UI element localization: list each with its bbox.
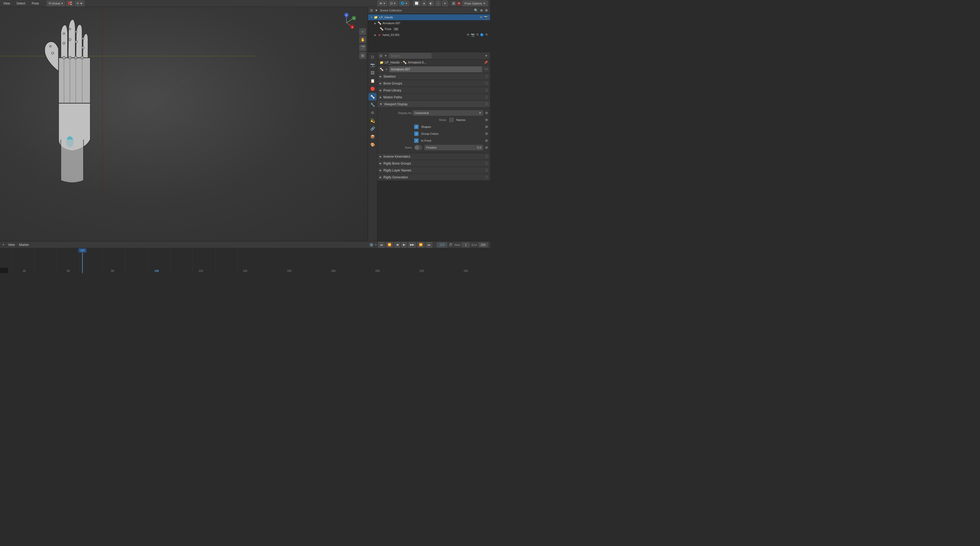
prop-render-icon[interactable]: 📷	[369, 61, 377, 68]
breadcrumb-armature[interactable]: Armature.0...	[408, 60, 426, 64]
lp-hands-eye[interactable]: 👁	[480, 16, 483, 19]
breadcrumb-pin[interactable]: 📌	[484, 60, 488, 64]
current-frame-display[interactable]: 103	[437, 242, 447, 247]
prop-modifier-icon[interactable]: 🔧	[369, 101, 377, 108]
skip-to-end[interactable]: ⏭	[426, 242, 432, 248]
pan-tool[interactable]: ✋	[359, 36, 366, 43]
prop-particles-icon[interactable]: ⚙	[369, 109, 377, 116]
transform-mode-button[interactable]: ⟲ Global ▼	[46, 0, 65, 6]
object-name-input[interactable]	[389, 67, 482, 72]
hand-camera[interactable]: 📷	[471, 33, 475, 37]
camera-tool[interactable]: 🎬	[359, 44, 366, 51]
prop-material-icon[interactable]: 🎨	[369, 141, 377, 148]
close-gizmo[interactable]: ✕	[457, 1, 461, 6]
proportional-button[interactable]: ⊙ ▼	[75, 0, 84, 6]
section-viewport-display[interactable]: ▼ Viewport Display ⠿	[377, 101, 490, 108]
shapes-checkbox[interactable]: ✓	[414, 125, 418, 129]
object-name-row: 🦴 ▼ 🛡	[377, 66, 490, 73]
group-colors-keyframe-dot[interactable]	[485, 132, 488, 135]
axes-keyframe-dot[interactable]	[485, 146, 488, 149]
prop-output-icon[interactable]: 🖼	[369, 69, 377, 76]
lp-hands-camera[interactable]: 📷	[484, 16, 488, 19]
axes-toggle[interactable]	[414, 145, 422, 150]
in-front-keyframe-dot[interactable]	[485, 139, 488, 142]
outliner-item-hand[interactable]: ▶ 🔺 hand_03.001 👁 📷 ⚗ 🔷 ⚗	[372, 32, 490, 38]
pose-options-button[interactable]: Pose Options ▼	[462, 0, 488, 6]
prop-object-icon[interactable]: 📦	[369, 133, 377, 140]
skip-to-start[interactable]: ⏮	[378, 242, 385, 248]
names-checkbox[interactable]	[449, 118, 453, 122]
more-options-button[interactable]: ▼	[442, 0, 448, 6]
xray-button[interactable]: 🌐 ▼	[399, 0, 409, 6]
rln-drag: ⠿	[485, 168, 488, 172]
playhead-dropdown[interactable]: ▼	[375, 244, 377, 246]
outliner-sort-icon[interactable]: ⊕	[480, 8, 483, 12]
shapes-keyframe-dot[interactable]	[485, 126, 488, 128]
frame-180: 180	[311, 269, 355, 272]
play-button[interactable]: ▶	[401, 242, 407, 248]
render-mode-2[interactable]: ●	[422, 0, 427, 6]
prop-mode-icon[interactable]: ⊡	[380, 54, 382, 58]
object-shield-icon[interactable]: 🛡	[485, 67, 488, 71]
zoom-tool[interactable]: +	[359, 28, 366, 35]
timeline-expand[interactable]: ▼	[2, 243, 5, 246]
section-rigify-generation[interactable]: ▶ Rigify Generation ⠿	[377, 174, 490, 181]
display-as-field[interactable]: Octahedral ▼	[413, 110, 483, 116]
prop-constraints-icon[interactable]: 🔗	[369, 125, 377, 132]
section-skeleton[interactable]: ▶ Skeleton ⠿	[377, 73, 490, 80]
viewport-canvas[interactable]: Z Y X + ✋ 🎬 ⊞	[0, 7, 368, 241]
prop-view-layer-icon[interactable]: 📋	[369, 77, 377, 84]
outliner-settings-icon[interactable]: ⚙	[485, 8, 488, 12]
outliner-item-pose[interactable]: 🦴 Pose 18	[377, 26, 490, 32]
prop-expand-all[interactable]: ▼	[485, 54, 488, 58]
names-keyframe-dot[interactable]	[485, 119, 488, 121]
snap-button[interactable]: 🧲	[66, 0, 74, 6]
render-mode-4[interactable]: ○	[435, 0, 441, 6]
prev-keyframe[interactable]: ⏪	[386, 242, 393, 248]
timeline-marker-menu[interactable]: Marker	[18, 242, 30, 247]
outliner-item-lp-hands[interactable]: ▼ 📁 LP_Hands 👁 📷	[368, 14, 490, 20]
section-pose-library[interactable]: ▶ Pose Library ⠿	[377, 87, 490, 94]
render-mode-button[interactable]: ⬜	[413, 0, 420, 6]
render-mode-3[interactable]: ◐	[428, 0, 434, 6]
section-bone-groups[interactable]: ▶ Bone Groups ⠿	[377, 80, 490, 87]
prop-search-input[interactable]	[389, 53, 431, 59]
display-as-keyframe-dot[interactable]	[485, 111, 488, 114]
menu-select[interactable]: Select	[16, 1, 26, 6]
next-frame[interactable]: ▶▶	[408, 242, 416, 248]
outliner-mode-select[interactable]: ▼	[375, 9, 378, 12]
hand-filter[interactable]: ⚗	[476, 33, 479, 37]
prop-mode-chevron[interactable]: ▼	[385, 54, 387, 57]
breadcrumb-lp-hands[interactable]: LP_Hands	[385, 60, 399, 64]
section-rigify-layer-names[interactable]: ▶ Rigify Layer Names ⠿	[377, 167, 490, 174]
section-rigify-bone-groups[interactable]: ▶ Rigify Bone Groups ⠿	[377, 160, 490, 167]
end-frame-input[interactable]: 250	[478, 242, 488, 247]
next-keyframe[interactable]: ⏩	[417, 242, 425, 248]
prop-physics-icon[interactable]: 💫	[369, 117, 377, 124]
axes-position-field[interactable]: Position 0.0	[424, 145, 483, 150]
outliner-filter-icon[interactable]: 🔍	[474, 8, 478, 12]
prop-object-data-icon[interactable]: 🦴	[369, 93, 377, 100]
in-front-checkbox[interactable]: ✓	[414, 138, 418, 143]
hand-eye[interactable]: 👁	[467, 33, 470, 37]
grid-tool[interactable]: ⊞	[359, 52, 366, 59]
timeline-toolbar: ▼ View Marker ▼ ⏮ ⏪ ◀ ▶ ▶▶ ⏩ ⏭ 103 ⏱ Sta…	[0, 241, 490, 248]
object-expand-chevron[interactable]: ▼	[385, 68, 388, 71]
start-frame-input[interactable]: 1	[462, 242, 470, 247]
menu-pose[interactable]: Pose	[30, 1, 40, 6]
overlay-button[interactable]: ⊡ ▼	[388, 0, 398, 6]
prev-frame[interactable]: ◀	[394, 242, 400, 248]
section-inverse-kinematics[interactable]: ▶ Inverse Kinematics ⠿	[377, 153, 490, 160]
prop-scene-icon[interactable]: ⊡	[369, 53, 377, 60]
prop-scene-props-icon[interactable]: 🔴	[369, 85, 377, 92]
outliner-item-armature[interactable]: ▶ 🦴 Armature.007	[372, 20, 490, 26]
timeline-canvas[interactable]: 103 40 60 80 100 120 140 160 180 200 220…	[0, 248, 490, 273]
group-colors-checkbox[interactable]: ✓	[414, 132, 418, 136]
rbg-label: Rigify Bone Groups	[383, 162, 411, 166]
viewport-shading-controls[interactable]: 👁 ▼	[377, 0, 387, 6]
menu-view[interactable]: View	[2, 1, 11, 6]
axes-label: Axes	[380, 146, 412, 149]
timeline-view-menu[interactable]: View	[7, 242, 16, 247]
section-motion-paths[interactable]: ▶ Motion Paths ⠿	[377, 94, 490, 101]
pose-icon: 🦴	[380, 27, 383, 31]
